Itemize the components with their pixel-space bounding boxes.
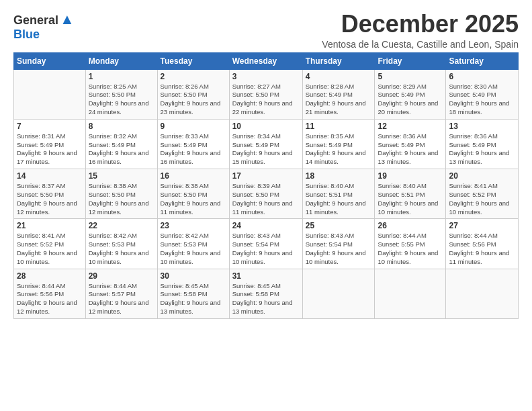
calendar-cell: 17Sunrise: 8:39 AMSunset: 5:50 PMDayligh… (229, 169, 302, 219)
day-info: Sunrise: 8:29 AMSunset: 5:49 PMDaylight:… (378, 83, 443, 117)
day-info: Sunrise: 8:41 AMSunset: 5:52 PMDaylight:… (449, 182, 515, 216)
logo-blue: Blue (13, 28, 40, 41)
day-info: Sunrise: 8:30 AMSunset: 5:49 PMDaylight:… (449, 83, 515, 117)
day-info: Sunrise: 8:38 AMSunset: 5:50 PMDaylight:… (161, 182, 226, 216)
day-info: Sunrise: 8:39 AMSunset: 5:50 PMDaylight:… (232, 182, 300, 216)
calendar-cell: 16Sunrise: 8:38 AMSunset: 5:50 PMDayligh… (157, 169, 229, 219)
header-wednesday: Wednesday (229, 52, 302, 69)
day-number: 27 (449, 221, 515, 230)
day-number: 2 (161, 72, 226, 81)
calendar-table: Sunday Monday Tuesday Wednesday Thursday… (13, 52, 519, 319)
day-number: 18 (306, 171, 372, 181)
calendar-cell: 20Sunrise: 8:41 AMSunset: 5:52 PMDayligh… (446, 169, 519, 219)
day-info: Sunrise: 8:40 AMSunset: 5:51 PMDaylight:… (306, 182, 372, 216)
day-info: Sunrise: 8:41 AMSunset: 5:52 PMDaylight:… (17, 232, 83, 266)
calendar-week-2: 7Sunrise: 8:31 AMSunset: 5:49 PMDaylight… (14, 119, 519, 169)
calendar-cell: 7Sunrise: 8:31 AMSunset: 5:49 PMDaylight… (14, 119, 86, 169)
header-thursday: Thursday (302, 52, 375, 69)
day-number: 22 (89, 221, 154, 230)
month-title: December 2025 (322, 11, 519, 38)
header-sunday: Sunday (14, 52, 86, 69)
day-number: 25 (306, 221, 372, 230)
day-number: 7 (17, 122, 83, 131)
day-info: Sunrise: 8:25 AMSunset: 5:50 PMDaylight:… (89, 83, 154, 117)
day-number: 26 (378, 221, 443, 230)
header-row: Sunday Monday Tuesday Wednesday Thursday… (14, 52, 519, 69)
logo-icon: ▲ (60, 11, 75, 28)
calendar-cell: 6Sunrise: 8:30 AMSunset: 5:49 PMDaylight… (446, 69, 519, 119)
day-number: 17 (232, 171, 300, 181)
calendar-cell: 5Sunrise: 8:29 AMSunset: 5:49 PMDaylight… (375, 69, 446, 119)
day-info: Sunrise: 8:27 AMSunset: 5:50 PMDaylight:… (232, 83, 300, 117)
day-info: Sunrise: 8:45 AMSunset: 5:58 PMDaylight:… (232, 282, 300, 316)
calendar-cell: 22Sunrise: 8:42 AMSunset: 5:53 PMDayligh… (85, 219, 157, 269)
calendar-cell: 31Sunrise: 8:45 AMSunset: 5:58 PMDayligh… (229, 269, 302, 318)
calendar-cell: 1Sunrise: 8:25 AMSunset: 5:50 PMDaylight… (85, 69, 157, 119)
day-info: Sunrise: 8:28 AMSunset: 5:49 PMDaylight:… (306, 83, 372, 117)
day-info: Sunrise: 8:33 AMSunset: 5:49 PMDaylight:… (161, 132, 226, 167)
calendar-week-5: 28Sunrise: 8:44 AMSunset: 5:56 PMDayligh… (14, 269, 519, 318)
day-number: 19 (378, 171, 443, 181)
calendar-cell (446, 269, 519, 318)
calendar-week-1: 1Sunrise: 8:25 AMSunset: 5:50 PMDaylight… (14, 69, 519, 119)
day-info: Sunrise: 8:38 AMSunset: 5:50 PMDaylight:… (89, 182, 154, 216)
day-info: Sunrise: 8:42 AMSunset: 5:53 PMDaylight:… (161, 232, 226, 266)
logo-general: General (13, 13, 58, 27)
day-info: Sunrise: 8:26 AMSunset: 5:50 PMDaylight:… (161, 83, 226, 117)
calendar-cell: 26Sunrise: 8:44 AMSunset: 5:55 PMDayligh… (375, 219, 446, 269)
day-info: Sunrise: 8:43 AMSunset: 5:54 PMDaylight:… (306, 232, 372, 266)
day-info: Sunrise: 8:44 AMSunset: 5:57 PMDaylight:… (89, 282, 154, 316)
calendar-cell: 30Sunrise: 8:45 AMSunset: 5:58 PMDayligh… (157, 269, 229, 318)
day-number: 23 (161, 221, 226, 230)
day-info: Sunrise: 8:44 AMSunset: 5:56 PMDaylight:… (17, 282, 83, 316)
calendar-cell (375, 269, 446, 318)
page-container: General▲ Blue December 2025 Ventosa de l… (0, 0, 532, 326)
day-info: Sunrise: 8:43 AMSunset: 5:54 PMDaylight:… (232, 232, 300, 266)
calendar-cell: 2Sunrise: 8:26 AMSunset: 5:50 PMDaylight… (157, 69, 229, 119)
calendar-cell: 9Sunrise: 8:33 AMSunset: 5:49 PMDaylight… (157, 119, 229, 169)
day-number: 15 (89, 171, 154, 181)
day-number: 8 (89, 122, 154, 131)
calendar-cell: 10Sunrise: 8:34 AMSunset: 5:49 PMDayligh… (229, 119, 302, 169)
calendar-cell: 13Sunrise: 8:36 AMSunset: 5:49 PMDayligh… (446, 119, 519, 169)
day-number: 9 (161, 122, 226, 131)
day-number: 14 (17, 171, 83, 181)
calendar-week-4: 21Sunrise: 8:41 AMSunset: 5:52 PMDayligh… (14, 219, 519, 269)
calendar-cell: 27Sunrise: 8:44 AMSunset: 5:56 PMDayligh… (446, 219, 519, 269)
calendar-cell: 21Sunrise: 8:41 AMSunset: 5:52 PMDayligh… (14, 219, 86, 269)
day-number: 6 (449, 72, 515, 81)
day-info: Sunrise: 8:36 AMSunset: 5:49 PMDaylight:… (449, 132, 515, 167)
day-number: 31 (232, 271, 300, 281)
day-number: 4 (306, 72, 372, 81)
day-number: 20 (449, 171, 515, 181)
day-info: Sunrise: 8:36 AMSunset: 5:49 PMDaylight:… (378, 132, 443, 167)
calendar-cell: 14Sunrise: 8:37 AMSunset: 5:50 PMDayligh… (14, 169, 86, 219)
calendar-week-3: 14Sunrise: 8:37 AMSunset: 5:50 PMDayligh… (14, 169, 519, 219)
calendar-cell: 12Sunrise: 8:36 AMSunset: 5:49 PMDayligh… (375, 119, 446, 169)
calendar-cell (14, 69, 86, 119)
day-number: 24 (232, 221, 300, 230)
day-info: Sunrise: 8:34 AMSunset: 5:49 PMDaylight:… (232, 132, 300, 167)
day-info: Sunrise: 8:40 AMSunset: 5:51 PMDaylight:… (378, 182, 443, 216)
day-number: 5 (378, 72, 443, 81)
calendar-cell: 3Sunrise: 8:27 AMSunset: 5:50 PMDaylight… (229, 69, 302, 119)
calendar-cell (302, 269, 375, 318)
day-info: Sunrise: 8:35 AMSunset: 5:49 PMDaylight:… (306, 132, 372, 167)
header-saturday: Saturday (446, 52, 519, 69)
day-number: 3 (232, 72, 300, 81)
day-number: 30 (161, 271, 226, 281)
calendar-cell: 19Sunrise: 8:40 AMSunset: 5:51 PMDayligh… (375, 169, 446, 219)
day-number: 13 (449, 122, 515, 131)
calendar-cell: 18Sunrise: 8:40 AMSunset: 5:51 PMDayligh… (302, 169, 375, 219)
calendar-cell: 23Sunrise: 8:42 AMSunset: 5:53 PMDayligh… (157, 219, 229, 269)
header-friday: Friday (375, 52, 446, 69)
day-info: Sunrise: 8:44 AMSunset: 5:55 PMDaylight:… (378, 232, 443, 266)
logo: General▲ Blue (13, 11, 75, 42)
calendar-cell: 11Sunrise: 8:35 AMSunset: 5:49 PMDayligh… (302, 119, 375, 169)
calendar-cell: 24Sunrise: 8:43 AMSunset: 5:54 PMDayligh… (229, 219, 302, 269)
location-subtitle: Ventosa de la Cuesta, Castille and Leon,… (322, 39, 519, 50)
calendar-cell: 4Sunrise: 8:28 AMSunset: 5:49 PMDaylight… (302, 69, 375, 119)
day-info: Sunrise: 8:32 AMSunset: 5:49 PMDaylight:… (89, 132, 154, 167)
day-number: 28 (17, 271, 83, 281)
day-number: 29 (89, 271, 154, 281)
